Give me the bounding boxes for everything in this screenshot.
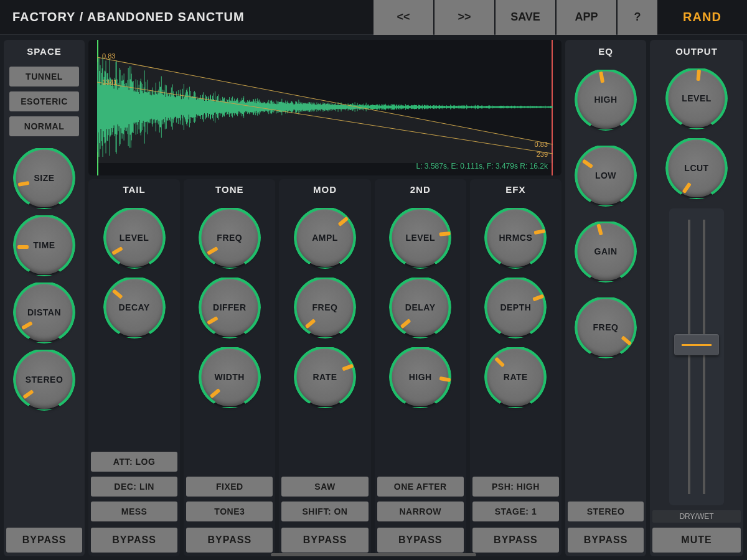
waveform-end-amp-label: 0.83 (535, 141, 548, 148)
knob-label: HIGH (576, 70, 635, 129)
second-delay-knob[interactable]: DELAY (391, 278, 449, 337)
knob-label: HRMCS (486, 208, 545, 267)
knob-label: LOW (576, 146, 635, 205)
knob-label: LCUT (667, 139, 726, 197)
efx-stage-button[interactable]: STAGE: 1 (472, 502, 559, 521)
fader-cap-line (682, 344, 712, 346)
mod-ampl-knob[interactable]: AMPL (296, 208, 354, 267)
efx-bypass-button[interactable]: BYPASS (472, 528, 559, 553)
mod-freq-knob[interactable]: FREQ (296, 278, 354, 337)
tone-differ-knob[interactable]: DIFFER (200, 278, 259, 337)
drywet-label[interactable]: DRY/WET (652, 510, 741, 523)
efx-depth-knob[interactable]: DEPTH (486, 278, 545, 337)
mod-bypass-button[interactable]: BYPASS (281, 528, 368, 553)
tone-type-button[interactable]: TONE3 (186, 502, 273, 521)
tail-panel: TAIL LEVEL DECAY ATT: LOG DEC: LIN MESS … (88, 179, 180, 556)
tone-fixed-button[interactable]: FIXED (186, 477, 273, 497)
eq-high-knob[interactable]: HIGH (576, 70, 635, 129)
eq-gain-knob[interactable]: GAIN (576, 222, 635, 281)
second-panel: 2ND LEVEL DELAY HIGH ONE AFTER NARROW BY… (375, 179, 466, 556)
top-header: FACTORY / ABANDONED SANCTUM << >> SAVE A… (0, 0, 747, 35)
tail-level-knob[interactable]: LEVEL (105, 208, 164, 267)
knob-label: AMPL (296, 208, 354, 267)
waveform-end-freq-label: 239 (537, 151, 548, 158)
size-knob[interactable]: SIZE (15, 149, 73, 207)
knob-label: FREQ (296, 278, 354, 337)
mod-shift-button[interactable]: SHIFT: ON (281, 502, 368, 521)
middle-wrap: 0.83 1341 0.83 239 L: 3.587s, E: 0.111s,… (88, 40, 561, 556)
mod-rate-knob[interactable]: RATE (296, 348, 354, 406)
tail-title: TAIL (123, 184, 145, 195)
tail-decay-knob[interactable]: DECAY (105, 278, 164, 337)
drywet-fader[interactable] (669, 208, 724, 505)
second-high-knob[interactable]: HIGH (391, 348, 449, 406)
help-button[interactable]: ? (618, 0, 657, 35)
stereo-knob[interactable]: STEREO (15, 350, 73, 409)
distance-knob[interactable]: DISTAN (15, 283, 73, 342)
output-title: OUTPUT (675, 46, 718, 57)
waveform-display[interactable]: 0.83 1341 0.83 239 L: 3.587s, E: 0.111s,… (88, 40, 561, 175)
efx-rate-knob[interactable]: RATE (486, 348, 545, 406)
knob-label: FREQ (200, 208, 259, 267)
knob-label: DECAY (105, 278, 164, 337)
mod-shape-button[interactable]: SAW (281, 477, 368, 497)
mod-title: MOD (313, 184, 337, 195)
second-mode-button[interactable]: ONE AFTER (377, 477, 464, 497)
second-narrow-button[interactable]: NARROW (377, 502, 464, 521)
tail-dec-mode-button[interactable]: DEC: LIN (91, 477, 177, 497)
tail-mess-button[interactable]: MESS (91, 502, 177, 521)
efx-hrmcs-knob[interactable]: HRMCS (486, 208, 545, 267)
eq-low-knob[interactable]: LOW (576, 146, 635, 205)
knob-label: SIZE (15, 149, 73, 207)
knob-label: WIDTH (200, 348, 259, 406)
tone-title: TONE (215, 184, 243, 195)
knob-label: RATE (486, 348, 545, 406)
tone-freq-knob[interactable]: FREQ (200, 208, 259, 267)
output-lcut-knob[interactable]: LCUT (667, 139, 726, 197)
sections-row: TAIL LEVEL DECAY ATT: LOG DEC: LIN MESS … (88, 179, 561, 556)
space-mode-normal[interactable]: NORMAL (9, 116, 79, 136)
preset-title[interactable]: FACTORY / ABANDONED SANCTUM (0, 10, 372, 24)
eq-freq-knob[interactable]: FREQ (576, 298, 635, 357)
output-level-knob[interactable]: LEVEL (667, 69, 726, 128)
waveform-status-text: L: 3.587s, E: 0.111s, F: 3.479s R: 16.2k (416, 162, 548, 170)
fader-cap[interactable] (674, 334, 719, 355)
tone-bypass-button[interactable]: BYPASS (186, 528, 273, 553)
eq-bypass-button[interactable]: BYPASS (568, 528, 644, 553)
tail-bypass-button[interactable]: BYPASS (91, 528, 177, 553)
home-indicator (271, 553, 476, 556)
second-title: 2ND (410, 184, 431, 195)
waveform-top-amp-label: 0.83 (102, 52, 115, 60)
app-button[interactable]: APP (557, 0, 616, 35)
space-mode-tunnel[interactable]: TUNNEL (9, 67, 79, 86)
knob-label: STEREO (15, 350, 73, 409)
efx-title: EFX (505, 184, 525, 195)
tone-width-knob[interactable]: WIDTH (200, 348, 259, 406)
efx-psh-button[interactable]: PSH: HIGH (472, 477, 559, 497)
prev-preset-button[interactable]: << (374, 0, 433, 35)
next-preset-button[interactable]: >> (435, 0, 494, 35)
tail-att-mode-button[interactable]: ATT: LOG (91, 452, 177, 472)
output-mute-button[interactable]: MUTE (652, 528, 741, 553)
space-mode-esoteric[interactable]: ESOTERIC (9, 91, 79, 111)
eq-stereo-button[interactable]: STEREO (568, 502, 644, 521)
svg-marker-0 (97, 57, 553, 163)
save-button[interactable]: SAVE (496, 0, 555, 35)
knob-label: LEVEL (105, 208, 164, 267)
knob-label: DISTAN (15, 283, 73, 342)
output-panel: OUTPUT LEVEL LCUT DRY/WET MUTE (650, 40, 743, 556)
knob-label: DEPTH (486, 278, 545, 337)
second-bypass-button[interactable]: BYPASS (377, 528, 464, 553)
fader-track-right (703, 220, 705, 494)
mod-panel: MOD AMPL FREQ RATE SAW SHIFT: ON BYPASS (279, 179, 370, 556)
time-knob[interactable]: TIME (15, 216, 73, 274)
eq-panel: EQ HIGH LOW GAIN FREQ STEREO BYPASS (565, 40, 646, 556)
randomize-button[interactable]: RAND (657, 10, 747, 24)
tone-panel: TONE FREQ DIFFER WIDTH FIXED TONE3 BYPAS… (184, 179, 275, 556)
space-bypass-button[interactable]: BYPASS (6, 528, 82, 553)
second-level-knob[interactable]: LEVEL (391, 208, 449, 267)
efx-panel: EFX HRMCS DEPTH RATE PSH: HIGH STAGE: 1 … (470, 179, 561, 556)
knob-label: GAIN (576, 222, 635, 281)
knob-label: HIGH (391, 348, 449, 406)
knob-label: TIME (15, 216, 73, 274)
